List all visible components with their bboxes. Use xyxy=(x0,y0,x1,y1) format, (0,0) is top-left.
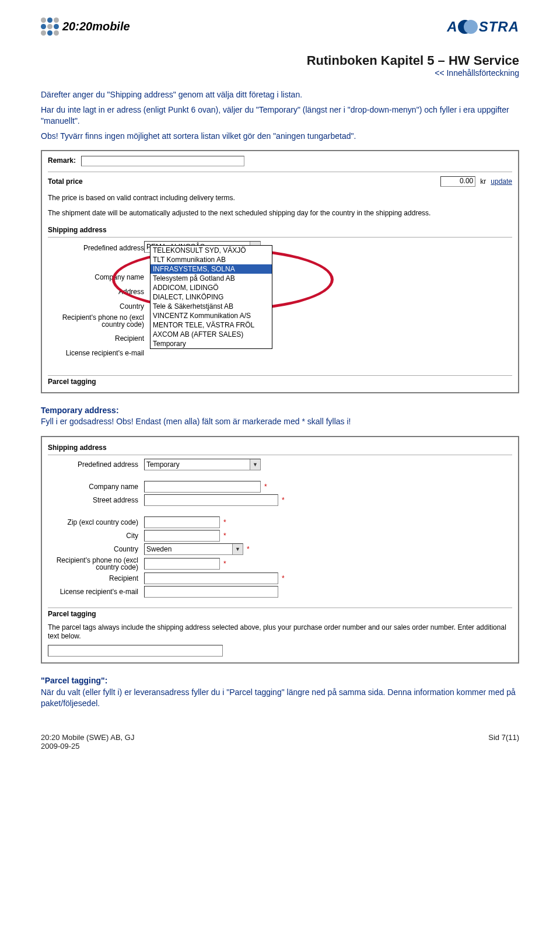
dropdown-option[interactable]: VINCENTZ Kommunikation A/S xyxy=(150,311,272,320)
email-label: License recipient's e-mail xyxy=(54,346,150,361)
price-note: The price is based on valid contract inc… xyxy=(48,194,512,203)
footer-page: Sid 7(11) xyxy=(488,733,519,750)
logo-dots-icon xyxy=(41,18,59,36)
parcel-heading-1: Parcel tagging xyxy=(48,375,512,388)
company-label: Company name xyxy=(54,270,150,285)
total-price-label: Total price xyxy=(48,177,83,186)
total-price-input[interactable]: 0.00 xyxy=(440,176,475,187)
dropdown-option-selected[interactable]: INFRASYSTEMS, SOLNA xyxy=(150,264,272,274)
recipient-label: Recipient xyxy=(54,331,150,346)
intro-p2: Har du inte lagt in er adress (enligt Pu… xyxy=(41,104,519,127)
dropdown-option[interactable]: Temporary xyxy=(150,339,272,348)
city-label: City xyxy=(48,532,144,540)
chevron-down-icon: ▼ xyxy=(232,544,243,554)
zip-label: Zip (excl country code) xyxy=(48,518,144,526)
street-label: Street address xyxy=(48,496,144,504)
asterisk-icon: * xyxy=(223,518,226,526)
parcel-note: The parcel tags always include the shipp… xyxy=(48,623,512,641)
dropdown-option[interactable]: AXCOM AB (AFTER SALES) xyxy=(150,330,272,339)
shipping-heading-2: Shipping address xyxy=(48,442,512,455)
company-label-2: Company name xyxy=(48,483,144,491)
dropdown-option[interactable]: TLT Kommunikation AB xyxy=(150,255,272,264)
asterisk-icon: * xyxy=(223,560,226,568)
address-label: Address xyxy=(54,285,150,299)
predefined-label-2: Predefined address xyxy=(48,460,144,469)
intro-text: Därefter anger du "Shipping address" gen… xyxy=(41,89,519,142)
logo-aastra: ASTRA xyxy=(447,19,519,35)
dropdown-option[interactable]: Tele & Säkerhetstjänst AB xyxy=(150,302,272,311)
parcel-tagging-text: "Parcel tagging": När du valt (eller fyl… xyxy=(41,675,519,710)
phone-label: Recipient's phone no (excl country code) xyxy=(54,314,150,331)
dropdown-option[interactable]: DIALECT, LINKÖPING xyxy=(150,292,272,302)
parcel-heading-2: Parcel tagging xyxy=(48,608,512,620)
shipping-heading: Shipping address xyxy=(48,224,512,238)
page-footer: 20:20 Mobile (SWE) AB, GJ 2009-09-25 Sid… xyxy=(41,733,519,750)
asterisk-icon: * xyxy=(282,574,285,582)
email-input[interactable] xyxy=(144,586,278,598)
screenshot-temporary-form: Shipping address Predefined address Temp… xyxy=(41,436,519,664)
page-header: 20:20mobile ASTRA xyxy=(41,18,519,36)
recipient-label-2: Recipient xyxy=(48,574,144,582)
remark-input[interactable] xyxy=(81,156,244,166)
dropdown-option[interactable]: MENTOR TELE, VÄSTRA FRÖL xyxy=(150,320,272,330)
street-input[interactable] xyxy=(144,494,278,506)
aastra-swoosh-icon xyxy=(458,21,479,33)
country-select[interactable]: Sweden ▼ xyxy=(144,543,243,555)
remark-label: Remark: xyxy=(48,157,76,165)
dropdown-option[interactable]: ADDICOM, LIDINGÖ xyxy=(150,283,272,292)
predefined-select-2[interactable]: Temporary ▼ xyxy=(144,459,261,470)
country-label-2: Country xyxy=(48,545,144,553)
company-input[interactable] xyxy=(144,481,261,493)
toc-link[interactable]: << Innehållsförteckning xyxy=(435,68,519,78)
footer-company: 20:20 Mobile (SWE) AB, GJ xyxy=(41,733,134,742)
intro-p3: Obs! Tyvärr finns ingen möjlighet att so… xyxy=(41,131,519,142)
dropdown-option[interactable]: TELEKONSULT SYD, VÄXJÖ xyxy=(150,246,272,255)
chevron-down-icon: ▼ xyxy=(250,459,260,470)
page-title: Rutinboken Kapitel 5 – HW Service xyxy=(41,53,519,68)
logo-left-text: 20:20mobile xyxy=(62,20,130,33)
logo-2020mobile: 20:20mobile xyxy=(41,18,130,36)
temporary-address-text: Temporary address: Fyll i er godsadress!… xyxy=(41,405,519,428)
total-price-row: Total price 0.00 kr update xyxy=(48,175,512,190)
email-label-2: License recipient's e-mail xyxy=(48,588,144,596)
intro-p1: Därefter anger du "Shipping address" gen… xyxy=(41,89,519,101)
asterisk-icon: * xyxy=(282,496,285,504)
screenshot-remark-shipping: Remark: Total price 0.00 kr update The p… xyxy=(41,150,519,393)
temp-text: Fyll i er godsadress! Obs! Endast (men a… xyxy=(41,416,519,428)
parcel-heading-text: "Parcel tagging": xyxy=(41,675,519,687)
phone-input[interactable] xyxy=(144,558,220,570)
footer-date: 2009-09-25 xyxy=(41,742,134,750)
dropdown-option[interactable]: Telesystem på Gotland AB xyxy=(150,274,272,283)
country-label: Country xyxy=(54,299,150,314)
predefined-value-2: Temporary xyxy=(145,460,250,469)
currency-label: kr xyxy=(480,177,486,186)
update-link[interactable]: update xyxy=(491,177,512,186)
zip-input[interactable] xyxy=(144,516,220,528)
country-value: Sweden xyxy=(145,544,232,554)
predefined-address-dropdown-list[interactable]: TELEKONSULT SYD, VÄXJÖ TLT Kommunikation… xyxy=(150,245,272,349)
phone-label-2: Recipient's phone no (excl country code) xyxy=(48,557,144,571)
asterisk-icon: * xyxy=(247,545,250,553)
parcel-body: När du valt (eller fyllt i) er leveransa… xyxy=(41,687,519,710)
recipient-input[interactable] xyxy=(144,573,278,584)
asterisk-icon: * xyxy=(223,532,226,540)
asterisk-icon: * xyxy=(264,483,267,491)
shipment-note: The shipment date will be automatically … xyxy=(48,209,512,218)
title-block: Rutinboken Kapitel 5 – HW Service << Inn… xyxy=(41,53,519,78)
temp-heading: Temporary address: xyxy=(41,405,519,417)
city-input[interactable] xyxy=(144,530,220,542)
parcel-tag-input[interactable] xyxy=(48,645,223,657)
